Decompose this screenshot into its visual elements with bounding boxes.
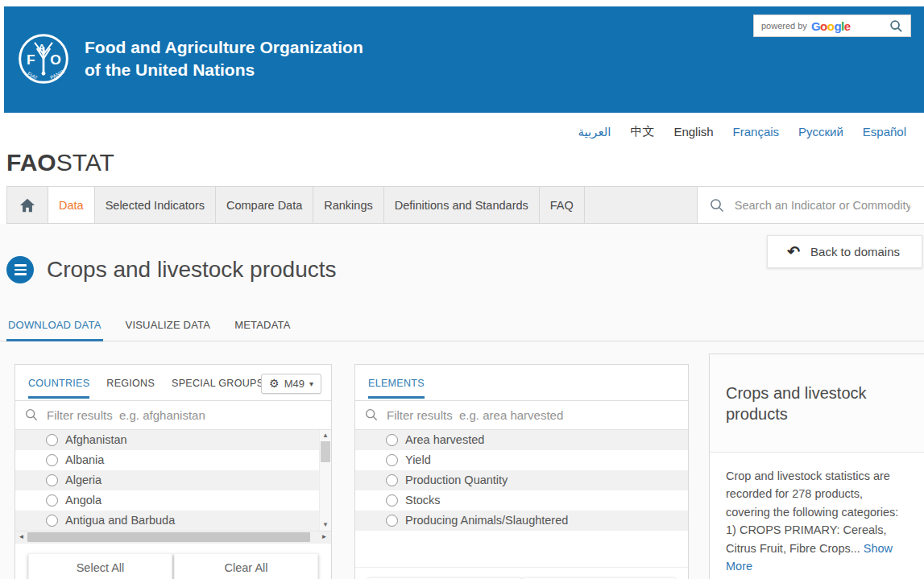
language-link-russian[interactable]: Русский: [798, 125, 843, 139]
elements-filter-row: [355, 400, 688, 429]
vertical-scrollbar[interactable]: ▲ ▼: [319, 430, 331, 531]
language-link-spanish[interactable]: Español: [863, 125, 906, 139]
countries-filter-input[interactable]: [45, 407, 321, 423]
tab-regions[interactable]: REGIONS: [106, 378, 155, 396]
indicator-search-input[interactable]: [733, 198, 912, 213]
radio-icon[interactable]: [386, 494, 398, 507]
tab-elements[interactable]: ELEMENTS: [368, 378, 425, 399]
site-header: F O A FIAT PANIS Food and Agriculture Or…: [4, 6, 924, 113]
home-icon: [19, 197, 36, 213]
country-row[interactable]: Algeria: [15, 470, 331, 490]
chevron-down-icon: ▾: [309, 379, 313, 388]
tab-visualize-data[interactable]: VISUALIZE DATA: [124, 319, 213, 341]
sidebar-description: Crop and livestock statistics are record…: [710, 453, 924, 579]
scroll-left-icon[interactable]: ◄: [15, 533, 27, 540]
radio-icon[interactable]: [46, 515, 58, 527]
element-row[interactable]: Area harvested: [355, 430, 688, 450]
language-link-chinese[interactable]: 中文: [630, 124, 654, 139]
svg-text:F: F: [27, 52, 35, 68]
nav-item-definitions[interactable]: Definitions and Standards: [384, 187, 540, 223]
scrollbar-thumb[interactable]: [27, 532, 310, 542]
scroll-up-icon[interactable]: ▲: [320, 430, 331, 440]
search-icon: [365, 408, 378, 421]
country-row[interactable]: Albania: [15, 450, 331, 470]
google-search-input[interactable]: powered by Google: [753, 14, 911, 37]
powered-by-label: powered by: [761, 21, 807, 31]
faostat-brand: FAOSTAT: [6, 149, 924, 176]
countries-list: Afghanistan Albania Algeria Angola Antig…: [15, 429, 331, 543]
scroll-right-icon[interactable]: ►: [319, 533, 329, 540]
filter-panels: COUNTRIES REGIONS SPECIAL GROUPS ⚙ M49 ▾: [0, 341, 924, 579]
nav-search-box: [698, 187, 924, 223]
tab-countries[interactable]: COUNTRIES: [28, 378, 89, 399]
countries-panel: COUNTRIES REGIONS SPECIAL GROUPS ⚙ M49 ▾: [15, 364, 332, 579]
content-area: Crops and livestock products ↶ Back to d…: [0, 224, 924, 579]
elements-filter-input[interactable]: [385, 407, 678, 423]
radio-icon[interactable]: [46, 474, 58, 486]
clear-all-button[interactable]: Clear All: [174, 553, 318, 579]
search-icon[interactable]: [889, 19, 903, 33]
radio-icon[interactable]: [46, 454, 58, 466]
nav-item-data[interactable]: Data: [48, 187, 95, 223]
element-row[interactable]: Yield: [355, 450, 688, 470]
search-icon: [710, 198, 724, 213]
element-row[interactable]: Producing Animals/Slaughtered: [355, 511, 688, 531]
domain-menu-button[interactable]: [6, 256, 34, 283]
tab-special-groups[interactable]: SPECIAL GROUPS: [172, 378, 263, 396]
element-row[interactable]: Production Quantity: [355, 470, 688, 490]
country-row[interactable]: Angola: [15, 490, 331, 511]
domain-tabs: DOWNLOAD DATA VISUALIZE DATA METADATA: [0, 308, 924, 341]
undo-arrow-icon: ↶: [787, 244, 800, 259]
nav-item-selected-indicators[interactable]: Selected Indicators: [95, 187, 216, 223]
svg-text:O: O: [50, 52, 61, 68]
tab-metadata[interactable]: METADATA: [233, 319, 292, 341]
elements-column: ELEMENTS Area harvested Yield Production…: [332, 364, 689, 579]
nav-item-faq[interactable]: FAQ: [540, 187, 585, 223]
radio-icon[interactable]: [386, 515, 398, 527]
countries-panel-tabs: COUNTRIES REGIONS SPECIAL GROUPS ⚙ M49 ▾: [15, 365, 331, 400]
countries-filter-row: [15, 400, 331, 429]
radio-icon[interactable]: [46, 494, 58, 507]
org-name: Food and Agriculture Organization of the…: [85, 36, 363, 81]
sidebar-header: Crops and livestock products: [710, 354, 924, 453]
elements-panel: ELEMENTS Area harvested Yield Production…: [354, 364, 689, 579]
scroll-down-icon[interactable]: ▼: [320, 519, 331, 530]
tab-download-data[interactable]: DOWNLOAD DATA: [6, 319, 103, 341]
search-icon: [25, 408, 38, 421]
countries-column: COUNTRIES REGIONS SPECIAL GROUPS ⚙ M49 ▾: [15, 364, 332, 579]
list-empty-space: [355, 531, 688, 567]
language-link-arabic[interactable]: العربية: [578, 125, 611, 139]
country-row[interactable]: Afghanistan: [15, 430, 331, 450]
m49-dropdown[interactable]: ⚙ M49 ▾: [261, 374, 321, 394]
radio-icon[interactable]: [386, 434, 398, 446]
google-logo: Google: [811, 19, 851, 33]
gear-icon: ⚙: [269, 378, 280, 389]
svg-text:A: A: [39, 43, 46, 54]
radio-icon[interactable]: [386, 454, 398, 466]
page-title: Crops and livestock products: [47, 257, 337, 283]
domain-sidebar: Crops and livestock products Crop and li…: [709, 354, 924, 579]
m49-label: M49: [284, 378, 305, 390]
back-button-label: Back to domains: [810, 245, 900, 258]
country-row[interactable]: Antigua and Barbuda: [15, 511, 331, 531]
radio-icon[interactable]: [386, 474, 398, 486]
fao-logo-block: F O A FIAT PANIS Food and Agriculture Or…: [17, 32, 363, 85]
back-to-domains-button[interactable]: ↶ Back to domains: [767, 235, 922, 268]
horizontal-scrollbar[interactable]: ◄ ►: [15, 531, 331, 543]
sidebar-title: Crops and livestock products: [726, 383, 908, 424]
faostat-page: F O A FIAT PANIS Food and Agriculture Or…: [0, 0, 924, 579]
language-link-english[interactable]: English: [673, 125, 713, 139]
page-title-row: Crops and livestock products ↶ Back to d…: [0, 224, 924, 308]
language-link-french[interactable]: Français: [733, 125, 780, 139]
fao-logo-icon: F O A FIAT PANIS: [17, 32, 70, 85]
nav-home-button[interactable]: [7, 187, 48, 223]
element-row[interactable]: Stocks: [355, 490, 688, 511]
select-all-button[interactable]: Select All: [28, 553, 172, 579]
radio-icon[interactable]: [46, 434, 58, 446]
elements-panel-tabs: ELEMENTS: [355, 365, 688, 400]
nav-item-compare-data[interactable]: Compare Data: [216, 187, 313, 223]
nav-item-rankings[interactable]: Rankings: [313, 187, 383, 223]
nav-spacer: [585, 187, 698, 223]
scrollbar-thumb[interactable]: [321, 441, 330, 462]
main-nav: Data Selected Indicators Compare Data Ra…: [6, 186, 924, 224]
